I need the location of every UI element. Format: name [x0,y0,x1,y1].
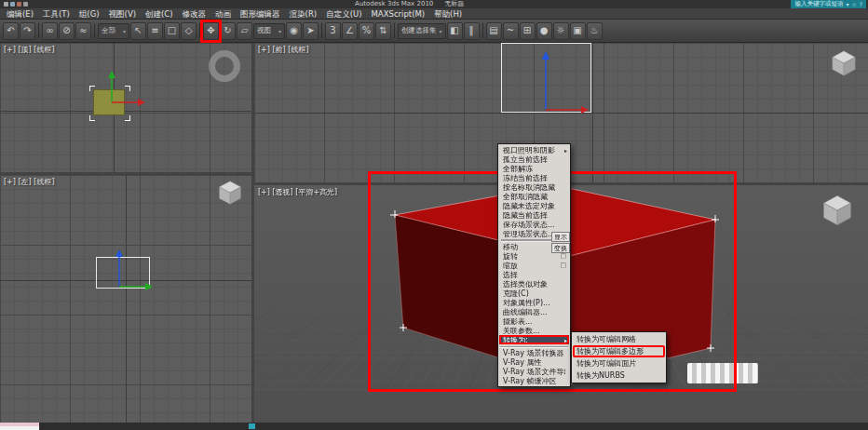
open-file-icon[interactable] [10,2,15,7]
menu-item[interactable]: 编辑(E) [2,8,38,20]
schematic-view-icon[interactable]: ⊞ [520,22,536,40]
align-icon[interactable]: ‖ [464,22,480,40]
toolbar-separator[interactable] [36,22,41,40]
rectangular-selection-icon[interactable]: □ [164,22,180,40]
viewport-label[interactable]: [+] [透视] [平滑+高光] [258,187,337,197]
context-menu-item[interactable]: 按名称取消隐藏 [499,182,569,192]
x-axis-arrow [581,106,589,114]
context-menu-item[interactable]: V-Ray 场景转换器 [499,348,569,357]
viewcube[interactable] [216,179,244,207]
context-menu-item[interactable]: 视口照明和阴影 ▸ [499,145,569,155]
viewport-left[interactable]: [+] [左] [线框] [0,175,251,423]
help-icon[interactable]: ? [860,1,862,7]
menu-item[interactable]: 自定义(U) [321,8,366,20]
curve-editor-icon[interactable]: ~ [503,22,519,40]
material-editor-icon[interactable]: ● [536,22,552,40]
search-icon[interactable]: ▾ [846,1,848,7]
viewport-top[interactable]: [+] [顶] [线框] [0,43,251,172]
render-setup-icon[interactable]: ☼ [553,22,569,40]
submenu-item[interactable]: 转换为可编辑多边形 [573,345,665,357]
context-menu-item[interactable]: 对象属性(P)... [499,298,569,307]
select-and-scale-icon[interactable]: ▱ [237,22,252,40]
submenu-item[interactable]: 转换为可编辑网格 [573,333,665,345]
angle-snap-icon[interactable]: ∠ [342,22,358,40]
quad-label-display: 显示 [551,232,570,242]
select-and-move-icon[interactable]: ✥ [203,22,219,40]
submenu-item[interactable]: 转换为NURBS [573,370,665,382]
viewport-label[interactable]: [+] [前] [线框] [258,45,309,55]
select-and-manipulate-icon[interactable]: ➤ [303,22,319,40]
context-menu-item[interactable]: V-Ray 场景文件导出 [499,367,569,376]
select-object-icon[interactable]: ↖ [130,22,146,40]
menu-item[interactable]: 视图(V) [104,8,141,20]
named-selection-sets-dropdown[interactable]: 创建选择集 [398,23,446,39]
menu-item[interactable]: 动画 [210,8,236,20]
select-and-link-icon[interactable]: ∞ [42,22,58,40]
context-menu-item[interactable]: 保存场景状态... [499,220,569,229]
world-axis-line [592,43,593,182]
menu-item[interactable]: 创建(C) [141,8,178,20]
percent-snap-icon[interactable]: % [359,22,374,40]
transform-gizmo[interactable] [532,48,591,117]
world-axis-line [126,175,127,423]
redo-icon[interactable]: ↷ [20,22,35,40]
submenu-item[interactable]: 转换为可编辑面片 [573,357,665,370]
rendered-frame-window-icon[interactable]: ▣ [570,22,586,40]
menu-item[interactable]: 组(G) [75,8,104,20]
y-axis-arrow [145,283,153,290]
reference-coordinate-dropdown[interactable]: 视图 [253,23,285,39]
watermark-blur [687,363,758,383]
window-crossing-icon[interactable]: ◇ [181,22,197,40]
menu-item[interactable]: 帮助(H) [429,8,467,20]
toolbar-separator[interactable] [319,22,324,40]
context-menu-item[interactable]: V-Ray 属性 [499,357,569,367]
context-menu-item[interactable]: 曲线编辑器... [499,307,569,316]
context-menu-item[interactable]: 转换为: ▸ [499,335,569,344]
bind-to-space-warp-icon[interactable]: ≈ [75,22,91,40]
viewport-label[interactable]: [+] [顶] [线框] [4,45,55,55]
context-menu-item[interactable]: 冻结当前选择 [499,173,569,182]
menu-item[interactable]: 图形编辑器 [236,8,285,20]
favorites-star-icon[interactable]: ☆ [851,1,856,7]
viewcube[interactable] [820,193,855,228]
menu-item[interactable]: 渲染(R) [285,8,322,20]
menu-item[interactable]: 工具(T) [38,8,75,20]
context-menu-item[interactable]: 缩放 □ [499,261,569,270]
context-menu-item[interactable]: 摄影表... [499,316,569,326]
transform-gizmo[interactable] [104,248,156,292]
selection-filter-dropdown[interactable]: 全部 [98,23,129,39]
render-production-icon[interactable]: ♨ [587,22,603,40]
save-file-icon[interactable] [17,2,21,7]
context-menu-item[interactable]: 全部解冻 [499,164,569,173]
context-menu-item[interactable]: 关联参数... [499,326,569,335]
menu-item[interactable]: 修改器 [178,8,211,20]
context-menu-item[interactable]: 隐藏当前选择 [499,210,569,220]
undo-icon[interactable]: ↶ [3,22,19,40]
toolbar-separator[interactable] [481,22,485,40]
context-menu-item[interactable]: V-Ray 帧缓冲区 [499,376,569,385]
toolbar-separator[interactable] [392,22,397,40]
menu-item[interactable]: MAXScript(M) [367,8,430,20]
unlink-selection-icon[interactable]: ⊘ [59,22,75,40]
new-file-icon[interactable] [4,2,8,7]
context-menu-item[interactable]: 全部取消隐藏 [499,192,569,201]
maxscript-mini-listener[interactable] [0,423,39,430]
viewport-label[interactable]: [+] [左] [线框] [4,177,55,187]
context-menu-item[interactable]: 选择类似对象 [499,279,569,289]
context-menu-item[interactable]: 克隆(C) [499,289,569,298]
steering-wheel-ring[interactable] [209,50,240,82]
select-by-name-icon[interactable]: ≡ [147,22,163,40]
use-pivot-point-center-icon[interactable]: ◉ [286,22,302,40]
toolbar-separator[interactable] [92,22,97,40]
snap-toggle-3d-icon[interactable]: 3 [325,22,341,40]
layer-manager-icon[interactable]: ▤ [486,22,502,40]
transform-gizmo[interactable] [93,69,147,106]
infocenter-search-box[interactable]: 输入关键字或短语 ▾ ☆ ? [791,0,866,8]
context-menu-item[interactable]: 选择 [499,270,569,279]
context-menu-item[interactable]: 孤立当前选择 [499,155,569,164]
viewcube[interactable] [829,48,859,78]
context-menu-item[interactable]: 隐藏未选定对象 [499,201,569,210]
spinner-snap-icon[interactable]: ⇅ [375,22,391,40]
mirror-icon[interactable]: ◧ [447,22,463,40]
select-and-rotate-icon[interactable]: ↻ [220,22,236,40]
